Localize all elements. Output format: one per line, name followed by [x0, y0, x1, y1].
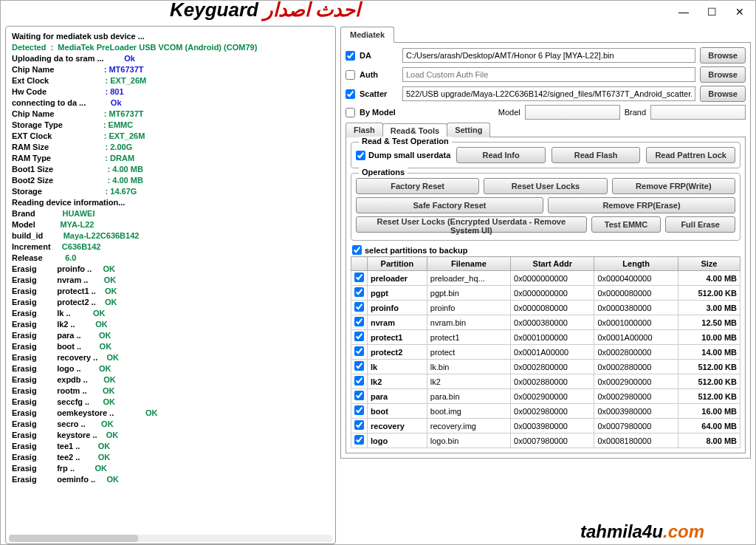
scatter-browse-button[interactable]: Browse [700, 86, 746, 102]
row-startaddr: 0x0001000000 [511, 330, 594, 345]
remove-frp-erase-button[interactable]: Remove FRP(Erase) [548, 197, 735, 213]
auth-browse-button[interactable]: Browse [700, 66, 746, 83]
th-size[interactable]: Size [678, 257, 740, 271]
minimize-button[interactable]: — [670, 4, 698, 20]
row-checkbox[interactable] [354, 346, 364, 356]
reset-encrypted-button[interactable]: Reset User Locks (Encrypted Userdata - R… [356, 216, 587, 233]
log-erase-status: OK [95, 464, 108, 473]
log-erase-part: lk .. [57, 309, 70, 318]
test-emmc-button[interactable]: Test EMMC [591, 216, 662, 233]
log-erase-status: OK [103, 397, 116, 406]
read-flash-button[interactable]: Read Flash [551, 147, 641, 163]
remove-frp-write-button[interactable]: Remove FRP(Write) [612, 178, 735, 194]
log-erase-part: nvram .. [57, 275, 88, 284]
close-button[interactable]: ✕ [726, 4, 754, 20]
scatter-input[interactable] [402, 86, 695, 101]
table-row[interactable]: protect1protect10x00010000000x0001A00000… [351, 330, 740, 345]
model-select[interactable] [525, 105, 620, 120]
full-erase-button[interactable]: Full Erase [665, 216, 735, 233]
log-erase-status: OK [98, 442, 111, 450]
log-storage-val: : 14.67G [106, 187, 137, 196]
log-erase-part: logo .. [57, 364, 80, 373]
row-checkbox[interactable] [354, 287, 364, 297]
table-row[interactable]: lk2lk20x00028800000x0002900000512.00 KB [351, 374, 740, 389]
auth-checkbox[interactable] [346, 70, 355, 80]
scatter-checkbox[interactable] [346, 89, 355, 99]
row-startaddr: 0x0000380000 [511, 315, 594, 330]
table-row[interactable]: recoveryrecovery.img0x00039800000x000798… [351, 419, 740, 433]
row-checkbox[interactable] [354, 317, 364, 326]
row-size: 14.00 MB [678, 345, 740, 360]
maximize-button[interactable]: ☐ [698, 4, 726, 20]
da-input[interactable] [402, 48, 695, 63]
table-row[interactable]: nvramnvram.bin0x00003800000x000100000012… [351, 315, 740, 330]
log-erase-status: OK [104, 275, 117, 284]
auth-input[interactable] [402, 67, 695, 82]
log-erase-status: OK [106, 431, 119, 439]
log-buildid-val: Maya-L22C636B142 [63, 231, 140, 240]
row-checkbox[interactable] [354, 420, 364, 430]
safe-factory-reset-button[interactable]: Safe Factory Reset [356, 197, 543, 213]
log-erase-label: Erasig [12, 375, 37, 384]
titlebar: — ☐ ✕ [1, 1, 755, 23]
da-checkbox[interactable] [346, 51, 355, 61]
table-row[interactable]: logologo.bin0x00079800000x00081800008.00… [351, 433, 740, 448]
row-checkbox[interactable] [354, 272, 364, 282]
read-info-button[interactable]: Read Info [456, 147, 546, 163]
th-length[interactable]: Length [594, 257, 678, 271]
row-startaddr: 0x0000000000 [511, 271, 594, 286]
footer-com: com [668, 521, 704, 541]
row-checkbox[interactable] [354, 405, 364, 415]
row-checkbox[interactable] [354, 302, 364, 312]
header-keyguard: Keyguard [170, 0, 258, 21]
bymodel-checkbox[interactable] [346, 108, 355, 117]
th-startaddr[interactable]: Start Addr [511, 257, 594, 271]
da-browse-button[interactable]: Browse [700, 47, 746, 64]
table-row[interactable]: bootboot.img0x00029800000x000398000016.0… [351, 404, 740, 419]
row-size: 12.50 MB [678, 315, 740, 330]
table-row[interactable]: preloaderpreloader_hq...0x00000000000x00… [351, 271, 740, 286]
brand-select[interactable] [650, 105, 746, 120]
log-erase-label: Erasig [12, 442, 37, 450]
row-checkbox[interactable] [354, 361, 364, 371]
select-partitions-checkbox[interactable] [352, 245, 362, 255]
tab-read-tools[interactable]: Read& Tools [382, 123, 447, 138]
dump-checkbox[interactable] [356, 151, 365, 160]
log-erase-status: OK [105, 298, 117, 306]
row-length: 0x0000080000 [594, 286, 678, 301]
row-length: 0x0002880000 [594, 360, 678, 374]
table-row[interactable]: protect2protect0x0001A000000x00028000001… [351, 345, 740, 360]
row-filename: proinfo [427, 301, 510, 315]
log-chip2-val: : MT6737T [104, 109, 144, 118]
row-checkbox[interactable] [354, 376, 364, 385]
row-checkbox[interactable] [354, 435, 364, 445]
tab-flash[interactable]: Flash [346, 123, 383, 137]
log-extclock-label: Ext Clock [12, 76, 49, 85]
row-partition: lk [368, 360, 427, 374]
table-row[interactable]: pgptpgpt.bin0x00000000000x0000080000512.… [351, 286, 740, 301]
row-checkbox[interactable] [354, 391, 364, 400]
log-boot2-label: Boot2 Size [12, 176, 53, 185]
model-label: Model [498, 108, 520, 117]
factory-reset-button[interactable]: Factory Reset [356, 178, 479, 194]
reset-user-locks-button[interactable]: Reset User Locks [484, 178, 607, 194]
th-filename[interactable]: Filename [427, 257, 510, 271]
log-erase-label: Erasig [12, 275, 37, 284]
log-erase-label: Erasig [12, 264, 37, 273]
log-scrollbar[interactable] [9, 535, 332, 542]
log-erase-status: OK [145, 408, 158, 417]
row-startaddr: 0x0001A00000 [511, 345, 594, 360]
table-row[interactable]: lklk.bin0x00028000000x0002880000512.00 K… [351, 360, 740, 374]
table-row[interactable]: parapara.bin0x00029000000x0002980000512.… [351, 389, 740, 404]
th-partition[interactable]: Partition [368, 257, 427, 271]
tab-mediatek[interactable]: Mediatek [340, 27, 394, 43]
tab-setting[interactable]: Setting [447, 123, 490, 137]
row-checkbox[interactable] [354, 332, 364, 341]
log-erase-part: oemkeystore .. [57, 408, 114, 417]
select-partitions-label: select partitions to backup [365, 246, 467, 255]
read-pattern-button[interactable]: Read Pattren Lock [646, 147, 735, 163]
log-erase-label: Erasig [12, 397, 37, 406]
table-row[interactable]: proinfoproinfo0x00000800000x00003800003.… [351, 301, 740, 315]
row-startaddr: 0x0002800000 [511, 360, 594, 374]
header-title: Keyguard احدث اصدار [170, 0, 360, 21]
